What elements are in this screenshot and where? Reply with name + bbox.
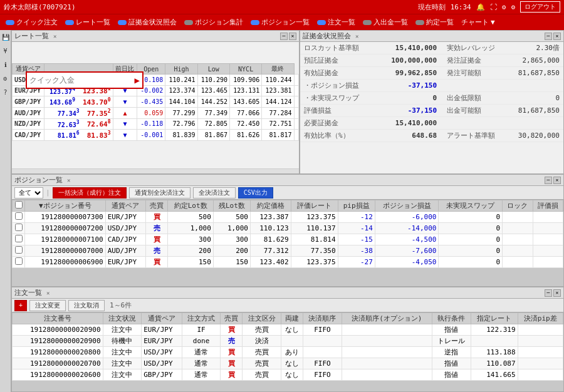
nav-chart[interactable]: チャート ▼ xyxy=(458,16,498,28)
pos-lot: 200 xyxy=(168,245,213,257)
nav-toggle-deposit xyxy=(363,20,372,25)
position-table-row[interactable]: 191280000006900 EUR/JPY 買 150 150 123.40… xyxy=(13,257,563,268)
nav-order-list[interactable]: 注文一覧 xyxy=(314,16,358,28)
ord-col-rate: 指定レート xyxy=(471,313,518,324)
margin-value2 xyxy=(503,117,563,130)
margin-table-row: 評価損益 -37,150 出金可能額 81,687,850 xyxy=(300,105,563,117)
pos-ploss: -7,600 xyxy=(375,245,439,257)
order-table-scroll[interactable]: 注文番号 注文状況 通貨ペア 注文方式 売買 注文区分 両建 決済順序 決済順序… xyxy=(12,312,563,391)
ord-col-type: 注文区分 xyxy=(243,313,281,324)
position-panel-minimize[interactable]: ─ xyxy=(545,177,552,184)
rate-low: 143.605 xyxy=(229,96,261,108)
ord-side: 買 xyxy=(221,369,243,381)
close-by-currency-btn[interactable]: 通貨別全決済注文 xyxy=(129,187,191,199)
margin-panel-close[interactable]: ✕ xyxy=(355,33,358,39)
ord-status: 注文中 xyxy=(103,347,142,358)
nav-position-summary[interactable]: ポジション集計 xyxy=(181,16,246,28)
ord-pair: EUR/JPY xyxy=(142,324,182,336)
nav-quick-order[interactable]: クイック注文 xyxy=(3,16,61,28)
rate-table-row[interactable]: AUD/JPY 77.343 77.352 ▲ 0.059 77.299 77.… xyxy=(13,107,299,118)
margin-value2: 2,865,000 xyxy=(503,54,563,67)
pos-eval xyxy=(533,245,563,257)
position-table-row[interactable]: 191280000007000 AUD/JPY 売 200 200 77.312… xyxy=(13,245,563,257)
rate-panel-header: レート一覧 ✕ ─ ✕ xyxy=(12,31,299,42)
order-panel-close[interactable]: ✕ xyxy=(46,290,50,296)
rate-table-row[interactable]: GBP/JPY 143.689 143.700 ▼ -0.435 144.104… xyxy=(13,96,299,108)
position-filter-select[interactable]: 全て xyxy=(14,187,43,199)
pos-row-check[interactable] xyxy=(15,224,23,231)
expand-icon[interactable]: ⛶ xyxy=(490,3,497,11)
sidebar-info-icon[interactable]: ℹ xyxy=(1,60,10,69)
margin-panel-minimize[interactable]: ─ xyxy=(545,33,552,40)
bulk-close-market-btn[interactable]: 一括決済（成行）注文 xyxy=(53,187,127,199)
order-table-row[interactable]: 19128000000020700 注文中 USD/JPY 通常 買 売買 なし… xyxy=(13,358,563,369)
rate-panel-minimize[interactable]: ─ xyxy=(280,33,288,40)
rate-open: 72.796 xyxy=(165,118,197,130)
sidebar-yen-icon[interactable]: ¥ xyxy=(1,46,10,55)
margin-value: 0 xyxy=(375,92,441,105)
order-table-row[interactable]: 19128000000020600 注文中 GBP/JPY 通常 買 売買 なし… xyxy=(13,369,563,381)
pos-select-all[interactable] xyxy=(15,201,23,209)
order-table-row[interactable]: 19128000000020800 注文中 USD/JPY 通常 買 売買 あり… xyxy=(13,347,563,358)
pos-check[interactable] xyxy=(13,245,25,257)
chart-dropdown-icon: ▼ xyxy=(491,18,495,26)
pos-swap: 0 xyxy=(439,257,503,268)
cancel-order-btn[interactable]: 注文取消 xyxy=(68,300,105,311)
csv-export-btn[interactable]: CSV出力 xyxy=(238,187,273,199)
sidebar-save-icon[interactable]: 💾 xyxy=(1,33,10,41)
add-order-btn[interactable]: + xyxy=(14,300,27,311)
logout-button[interactable]: ログアウト xyxy=(520,1,560,13)
quick-input-arrow[interactable]: ▶ xyxy=(135,75,140,85)
ord-col-id: 注文番号 xyxy=(13,313,103,324)
nav-deposit[interactable]: 入出金一覧 xyxy=(360,16,411,28)
position-table-row[interactable]: 191280000007300 EUR/JPY 買 500 500 123.38… xyxy=(13,212,563,223)
pos-check[interactable] xyxy=(13,223,25,234)
pos-row-check[interactable] xyxy=(15,212,23,220)
pos-pair: EUR/JPY xyxy=(105,212,146,223)
nav-deal[interactable]: 約定一覧 xyxy=(412,16,457,28)
nav-margin[interactable]: 証拠金状況照会 xyxy=(115,16,180,28)
rate-table-row[interactable]: CAD/JPY 81.816 81.833 ▼ -0.001 81.839 81… xyxy=(13,130,299,141)
nav-rate-list[interactable]: レート一覧 xyxy=(62,16,113,28)
position-panel-close[interactable]: ✕ xyxy=(67,177,70,183)
rate-table-row[interactable]: NZD/JPY 72.633 72.648 ▼ -0.118 72.796 72… xyxy=(13,118,299,130)
order-panel-close-btn[interactable]: ✕ xyxy=(553,289,561,297)
rate-panel-close-btn[interactable]: ✕ xyxy=(289,33,296,40)
margin-label2: 出金低限額 xyxy=(441,92,503,105)
pos-remain: 150 xyxy=(213,257,250,268)
nav-position-list[interactable]: ポジション一覧 xyxy=(248,16,313,28)
margin-panel-close-btn[interactable]: ✕ xyxy=(553,33,561,40)
close-all-btn[interactable]: 全決済注文 xyxy=(193,187,236,199)
pos-pair: USD/JPY xyxy=(105,223,146,234)
position-table-scroll[interactable]: ▼ポジション番号 通貨ペア 売買 約定Lot数 残Lot数 約定価格 評価レート… xyxy=(12,200,563,286)
position-table-row[interactable]: 191280000007200 USD/JPY 売 1,000 1,000 11… xyxy=(13,223,563,234)
margin-value2: 81,687,850 xyxy=(503,67,563,80)
ord-order: FIFO xyxy=(303,324,342,336)
position-panel-close-btn[interactable]: ✕ xyxy=(553,177,561,184)
pos-row-check[interactable] xyxy=(15,235,23,242)
ord-col-pair: 通貨ペア xyxy=(142,313,182,324)
pos-row-check[interactable] xyxy=(15,257,23,265)
position-table-row[interactable]: 191280000007100 CAD/JPY 買 300 300 81.629… xyxy=(13,234,563,245)
pos-row-check[interactable] xyxy=(15,246,23,254)
sidebar-gear-icon[interactable]: ⚙ xyxy=(1,74,10,83)
order-table-row[interactable]: 19128000000020900 待機中 EUR/JPY done 売 決済 … xyxy=(13,336,563,347)
sidebar-help-icon[interactable]: ? xyxy=(1,88,10,96)
position-table: ▼ポジション番号 通貨ペア 売買 約定Lot数 残Lot数 約定価格 評価レート… xyxy=(12,200,563,268)
pos-check[interactable] xyxy=(13,234,25,245)
rate-panel-close[interactable]: ✕ xyxy=(53,33,56,39)
position-panel-title: ポジション一覧 ✕ xyxy=(14,175,70,185)
pos-check[interactable] xyxy=(13,212,25,223)
pos-check[interactable] xyxy=(13,257,25,268)
settings-icon[interactable]: ⚙ xyxy=(502,3,506,11)
bell-icon[interactable]: 🔔 xyxy=(476,3,485,11)
rate-nycl: 110.244 xyxy=(262,75,294,86)
pos-side: 買 xyxy=(146,212,168,223)
gear-icon2[interactable]: ⚙ xyxy=(511,3,515,11)
edit-order-btn[interactable]: 注文変更 xyxy=(29,300,66,311)
rate-last xyxy=(294,85,298,96)
order-table-row[interactable]: 19128000000020900 注文中 EUR/JPY IF 買 売買 なし… xyxy=(13,324,563,336)
order-panel-minimize[interactable]: ─ xyxy=(545,289,552,297)
quick-input-field[interactable] xyxy=(29,76,135,85)
rate-scroll-bar[interactable] xyxy=(12,168,299,173)
